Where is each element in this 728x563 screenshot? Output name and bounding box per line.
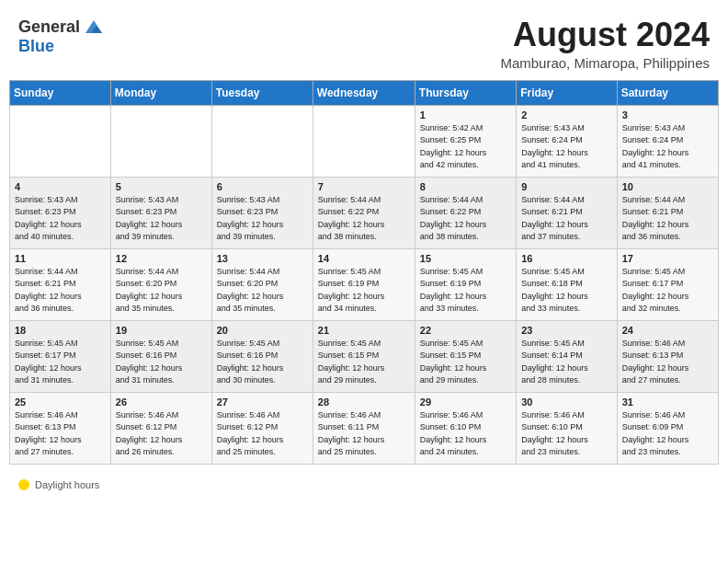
- day-info: Sunrise: 5:45 AM Sunset: 6:14 PM Dayligh…: [521, 338, 611, 387]
- calendar-cell: [313, 105, 415, 177]
- day-info: Sunrise: 5:44 AM Sunset: 6:21 PM Dayligh…: [622, 194, 713, 244]
- calendar-cell: 10Sunrise: 5:44 AM Sunset: 6:21 PM Dayli…: [617, 177, 718, 248]
- calendar-cell: [211, 105, 313, 177]
- calendar-week-row: 11Sunrise: 5:44 AM Sunset: 6:21 PM Dayli…: [10, 248, 719, 320]
- weekday-header: Thursday: [415, 80, 516, 105]
- calendar-cell: 14Sunrise: 5:45 AM Sunset: 6:19 PM Dayli…: [313, 248, 415, 320]
- calendar-cell: 30Sunrise: 5:46 AM Sunset: 6:10 PM Dayli…: [517, 392, 617, 464]
- weekday-header: Monday: [110, 80, 211, 105]
- calendar-week-row: 1Sunrise: 5:42 AM Sunset: 6:25 PM Daylig…: [10, 105, 719, 177]
- day-number: 20: [217, 325, 308, 336]
- day-info: Sunrise: 5:45 AM Sunset: 6:16 PM Dayligh…: [217, 338, 308, 387]
- day-number: 2: [521, 109, 611, 121]
- logo-blue-text: Blue: [18, 37, 54, 56]
- calendar-cell: 26Sunrise: 5:46 AM Sunset: 6:12 PM Dayli…: [110, 392, 211, 464]
- calendar-cell: 15Sunrise: 5:45 AM Sunset: 6:19 PM Dayli…: [415, 248, 516, 320]
- day-number: 4: [15, 181, 106, 192]
- header: General Blue August 2024 Mamburao, Mimar…: [0, 0, 728, 80]
- calendar-cell: 29Sunrise: 5:46 AM Sunset: 6:10 PM Dayli…: [415, 392, 516, 464]
- day-info: Sunrise: 5:46 AM Sunset: 6:11 PM Dayligh…: [318, 409, 410, 459]
- day-info: Sunrise: 5:46 AM Sunset: 6:12 PM Dayligh…: [217, 409, 308, 459]
- calendar-table: SundayMondayTuesdayWednesdayThursdayFrid…: [9, 80, 719, 465]
- day-number: 13: [217, 253, 308, 264]
- day-number: 9: [521, 181, 611, 192]
- logo: General Blue: [18, 17, 104, 56]
- calendar-cell: 1Sunrise: 5:42 AM Sunset: 6:25 PM Daylig…: [415, 105, 516, 177]
- calendar-cell: 28Sunrise: 5:46 AM Sunset: 6:11 PM Dayli…: [313, 392, 415, 464]
- day-number: 23: [521, 325, 611, 336]
- calendar-cell: 31Sunrise: 5:46 AM Sunset: 6:09 PM Dayli…: [617, 392, 718, 464]
- calendar-cell: 19Sunrise: 5:45 AM Sunset: 6:16 PM Dayli…: [110, 320, 211, 392]
- calendar-cell: 17Sunrise: 5:45 AM Sunset: 6:17 PM Dayli…: [617, 248, 718, 320]
- calendar-cell: 11Sunrise: 5:44 AM Sunset: 6:21 PM Dayli…: [10, 248, 111, 320]
- day-info: Sunrise: 5:45 AM Sunset: 6:15 PM Dayligh…: [420, 338, 511, 387]
- day-number: 26: [116, 396, 207, 408]
- calendar-cell: 7Sunrise: 5:44 AM Sunset: 6:22 PM Daylig…: [313, 177, 415, 248]
- calendar-cell: 8Sunrise: 5:44 AM Sunset: 6:22 PM Daylig…: [415, 177, 516, 248]
- day-info: Sunrise: 5:45 AM Sunset: 6:19 PM Dayligh…: [420, 266, 511, 316]
- day-number: 14: [318, 253, 410, 264]
- day-info: Sunrise: 5:46 AM Sunset: 6:10 PM Dayligh…: [521, 409, 611, 459]
- calendar-cell: 18Sunrise: 5:45 AM Sunset: 6:17 PM Dayli…: [10, 320, 111, 392]
- day-number: 5: [116, 181, 207, 192]
- month-title: August 2024: [500, 17, 710, 53]
- calendar-week-row: 18Sunrise: 5:45 AM Sunset: 6:17 PM Dayli…: [10, 320, 719, 392]
- day-info: Sunrise: 5:42 AM Sunset: 6:25 PM Dayligh…: [420, 122, 511, 172]
- day-info: Sunrise: 5:45 AM Sunset: 6:17 PM Dayligh…: [622, 266, 713, 316]
- calendar-cell: 22Sunrise: 5:45 AM Sunset: 6:15 PM Dayli…: [415, 320, 516, 392]
- calendar-cell: 24Sunrise: 5:46 AM Sunset: 6:13 PM Dayli…: [617, 320, 718, 392]
- weekday-header: Saturday: [617, 80, 718, 105]
- day-number: 25: [15, 396, 106, 408]
- day-info: Sunrise: 5:44 AM Sunset: 6:21 PM Dayligh…: [15, 266, 106, 316]
- daylight-dot-icon: [18, 479, 29, 490]
- daylight-label: Daylight hours: [35, 479, 99, 490]
- day-number: 17: [622, 253, 713, 264]
- calendar-cell: 20Sunrise: 5:45 AM Sunset: 6:16 PM Dayli…: [211, 320, 313, 392]
- calendar-cell: [110, 105, 211, 177]
- calendar-cell: 25Sunrise: 5:46 AM Sunset: 6:13 PM Dayli…: [10, 392, 111, 464]
- day-info: Sunrise: 5:45 AM Sunset: 6:16 PM Dayligh…: [116, 338, 207, 387]
- calendar-header: SundayMondayTuesdayWednesdayThursdayFrid…: [10, 80, 719, 105]
- calendar-cell: 3Sunrise: 5:43 AM Sunset: 6:24 PM Daylig…: [617, 105, 718, 177]
- calendar-week-row: 25Sunrise: 5:46 AM Sunset: 6:13 PM Dayli…: [10, 392, 719, 464]
- day-number: 7: [318, 181, 410, 192]
- day-info: Sunrise: 5:43 AM Sunset: 6:23 PM Dayligh…: [116, 194, 207, 244]
- day-info: Sunrise: 5:46 AM Sunset: 6:13 PM Dayligh…: [15, 409, 106, 459]
- day-info: Sunrise: 5:44 AM Sunset: 6:20 PM Dayligh…: [116, 266, 207, 316]
- logo-icon: [84, 17, 104, 37]
- logo-general-text: General: [18, 17, 80, 37]
- day-info: Sunrise: 5:45 AM Sunset: 6:18 PM Dayligh…: [521, 266, 611, 316]
- day-info: Sunrise: 5:43 AM Sunset: 6:24 PM Dayligh…: [622, 122, 713, 172]
- day-info: Sunrise: 5:44 AM Sunset: 6:21 PM Dayligh…: [521, 194, 611, 244]
- day-number: 16: [521, 253, 611, 264]
- calendar-cell: 9Sunrise: 5:44 AM Sunset: 6:21 PM Daylig…: [517, 177, 617, 248]
- calendar-cell: 2Sunrise: 5:43 AM Sunset: 6:24 PM Daylig…: [517, 105, 617, 177]
- footer: Daylight hours: [0, 474, 728, 496]
- calendar-cell: 27Sunrise: 5:46 AM Sunset: 6:12 PM Dayli…: [211, 392, 313, 464]
- calendar-cell: 13Sunrise: 5:44 AM Sunset: 6:20 PM Dayli…: [211, 248, 313, 320]
- day-number: 29: [420, 396, 511, 408]
- calendar-body: 1Sunrise: 5:42 AM Sunset: 6:25 PM Daylig…: [10, 105, 719, 464]
- calendar-cell: 21Sunrise: 5:45 AM Sunset: 6:15 PM Dayli…: [313, 320, 415, 392]
- day-number: 6: [217, 181, 308, 192]
- day-info: Sunrise: 5:44 AM Sunset: 6:22 PM Dayligh…: [318, 194, 410, 244]
- day-info: Sunrise: 5:44 AM Sunset: 6:20 PM Dayligh…: [217, 266, 308, 316]
- day-number: 3: [622, 109, 713, 121]
- weekday-header: Sunday: [10, 80, 111, 105]
- title-area: August 2024 Mamburao, Mimaropa, Philippi…: [500, 17, 710, 71]
- day-number: 18: [15, 325, 106, 336]
- calendar-cell: 16Sunrise: 5:45 AM Sunset: 6:18 PM Dayli…: [517, 248, 617, 320]
- weekday-header: Friday: [517, 80, 617, 105]
- day-info: Sunrise: 5:46 AM Sunset: 6:12 PM Dayligh…: [116, 409, 207, 459]
- day-number: 24: [622, 325, 713, 336]
- calendar-cell: [10, 105, 111, 177]
- calendar-cell: 6Sunrise: 5:43 AM Sunset: 6:23 PM Daylig…: [211, 177, 313, 248]
- calendar-cell: 12Sunrise: 5:44 AM Sunset: 6:20 PM Dayli…: [110, 248, 211, 320]
- calendar-cell: 4Sunrise: 5:43 AM Sunset: 6:23 PM Daylig…: [10, 177, 111, 248]
- day-info: Sunrise: 5:45 AM Sunset: 6:15 PM Dayligh…: [318, 338, 410, 387]
- day-number: 11: [15, 253, 106, 264]
- weekday-header: Tuesday: [211, 80, 313, 105]
- day-info: Sunrise: 5:43 AM Sunset: 6:23 PM Dayligh…: [15, 194, 106, 244]
- day-number: 15: [420, 253, 511, 264]
- location-title: Mamburao, Mimaropa, Philippines: [500, 55, 710, 71]
